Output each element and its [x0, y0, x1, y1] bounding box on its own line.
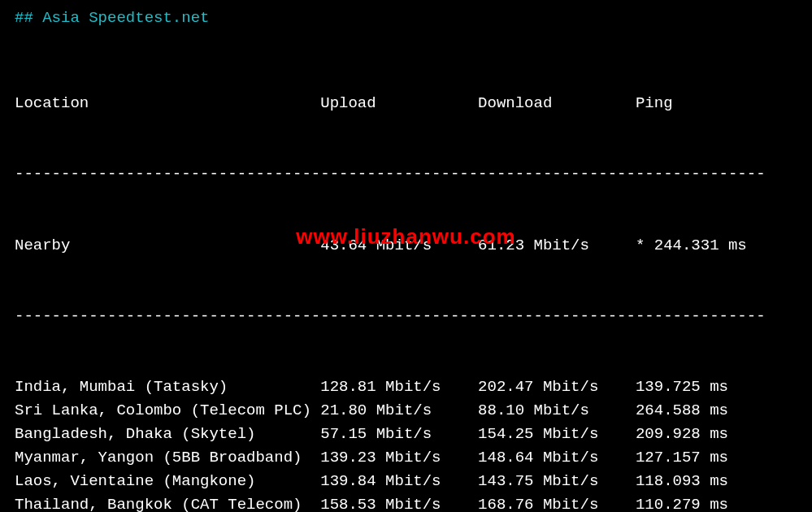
table-header: Location Upload Download Ping: [15, 92, 797, 115]
table-row: Myanmar, Yangon (5BB Broadband) 139.23 M…: [15, 446, 797, 470]
table-row: Laos, Vientaine (Mangkone) 139.84 Mbit/s…: [15, 470, 797, 493]
table-row: India, Mumbai (Tatasky) 128.81 Mbit/s 20…: [15, 375, 797, 399]
table-row: Bangladesh, Dhaka (Skytel) 57.15 Mbit/s …: [15, 423, 797, 446]
section-title: ## Asia Speedtest.net: [15, 7, 797, 30]
divider-line: ----------------------------------------…: [15, 305, 797, 328]
table-row: Thailand, Bangkok (CAT Telecom) 158.53 M…: [15, 493, 797, 512]
divider-line: ----------------------------------------…: [15, 163, 797, 186]
nearby-row: Nearby 43.64 Mbit/s 61.23 Mbit/s * 244.3…: [15, 234, 797, 258]
table-row: Sri Lanka, Colombo (Telecom PLC) 21.80 M…: [15, 399, 797, 423]
speedtest-table: Location Upload Download Ping ----------…: [15, 45, 797, 512]
